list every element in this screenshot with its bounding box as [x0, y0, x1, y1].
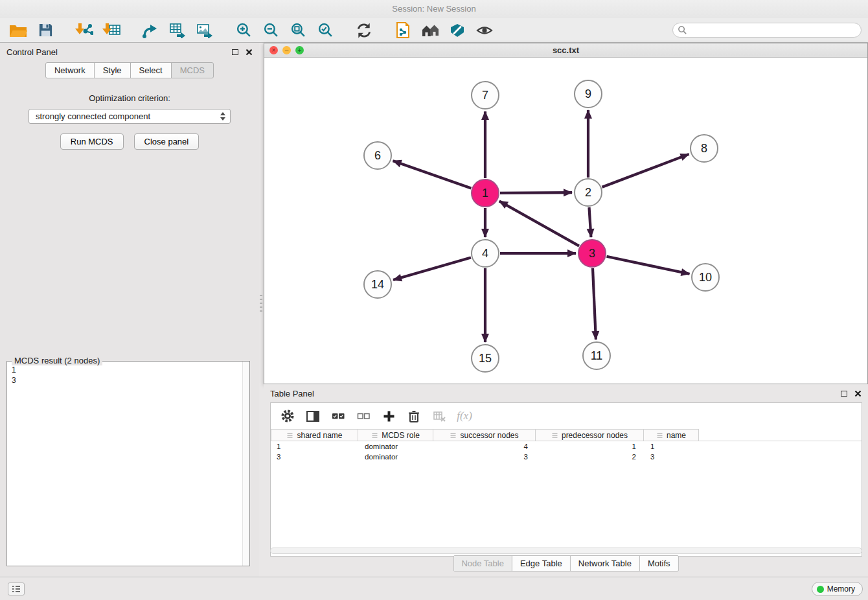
function-builder-button[interactable]: f(x): [457, 408, 472, 424]
tab-motifs[interactable]: Motifs: [640, 556, 678, 571]
window-close-button[interactable]: [269, 46, 278, 54]
save-session-button[interactable]: [34, 20, 57, 41]
status-menu-button[interactable]: [8, 583, 25, 595]
delete-row-button[interactable]: [406, 408, 422, 424]
control-panel-header: Control Panel: [0, 43, 259, 61]
tab-network-table[interactable]: Network Table: [571, 556, 640, 571]
node-table-card: f(x) shared name MCDS role successor nod…: [270, 402, 862, 557]
graph-edge-1-6[interactable]: [393, 161, 472, 188]
show-graphics-button[interactable]: [473, 20, 496, 41]
table-settings-button[interactable]: [280, 408, 295, 424]
deselect-all-button[interactable]: [356, 408, 371, 424]
graph-edge-2-3[interactable]: [589, 207, 591, 237]
zoom-out-button[interactable]: [259, 20, 282, 41]
window-minimize-button[interactable]: [282, 46, 291, 54]
tab-node-table[interactable]: Node Table: [453, 556, 512, 571]
search-input[interactable]: [672, 23, 862, 38]
zoom-selected-button[interactable]: [314, 20, 337, 41]
table-cell[interactable]: 1: [644, 441, 699, 452]
app-title: Session: New Session: [392, 4, 475, 14]
select-all-button[interactable]: [330, 408, 346, 424]
network-window-title: scc.txt: [264, 45, 867, 55]
zoom-in-button[interactable]: [232, 20, 255, 41]
table-panel: Table Panel: [264, 384, 868, 577]
table-cell[interactable]: 3: [644, 452, 699, 462]
first-neighbors-button[interactable]: [418, 20, 442, 41]
table-cell[interactable]: 1: [536, 441, 644, 452]
table-cell[interactable]: dominator: [358, 452, 433, 462]
export-image-button[interactable]: [193, 20, 216, 41]
svg-text:10: 10: [699, 271, 712, 284]
table-horizontal-scrollbar[interactable]: [270, 548, 862, 554]
network-canvas[interactable]: 7968124314101511: [264, 58, 867, 384]
graph-node-2[interactable]: 2: [575, 179, 602, 206]
graph-node-14[interactable]: 14: [364, 271, 391, 298]
tab-mcds[interactable]: MCDS: [171, 62, 214, 78]
float-table-panel-icon[interactable]: [841, 391, 847, 397]
table-toolbar: f(x): [271, 403, 862, 429]
graph-node-9[interactable]: 9: [575, 80, 602, 108]
column-header-mcds-role[interactable]: MCDS role: [358, 429, 433, 441]
table-cell[interactable]: 3: [271, 452, 358, 462]
table-cell[interactable]: dominator: [358, 441, 433, 452]
table-cell[interactable]: 2: [536, 452, 644, 462]
graph-node-10[interactable]: 10: [692, 264, 719, 291]
column-chooser-icon: [306, 410, 320, 423]
node-table-header: shared name MCDS role successor nodes pr…: [271, 429, 862, 441]
export-table-button[interactable]: [166, 20, 189, 41]
float-panel-icon[interactable]: [232, 49, 238, 55]
graph-node-1[interactable]: 1: [472, 179, 499, 207]
refresh-view-button[interactable]: [352, 20, 376, 41]
search-box: [672, 23, 862, 38]
column-header-shared-name[interactable]: shared name: [271, 429, 358, 441]
table-panel-title: Table Panel: [270, 389, 841, 398]
graph-node-3[interactable]: 3: [578, 240, 606, 267]
table-cell[interactable]: 1: [271, 441, 358, 452]
close-panel-button[interactable]: Close panel: [134, 133, 200, 150]
run-mcds-button[interactable]: Run MCDS: [60, 133, 124, 150]
graph-node-15[interactable]: 15: [472, 345, 499, 372]
result-scrollbar[interactable]: [242, 362, 249, 566]
close-panel-icon[interactable]: [245, 48, 253, 56]
graph-edge-4-14[interactable]: [393, 257, 471, 280]
column-header-predecessor-nodes[interactable]: predecessor nodes: [536, 429, 644, 441]
window-zoom-button[interactable]: [295, 46, 304, 54]
column-chooser-button[interactable]: [305, 408, 321, 424]
tab-network[interactable]: Network: [45, 62, 95, 78]
graph-edge-3-1[interactable]: [499, 201, 579, 246]
criterion-dropdown[interactable]: strongly connected component: [29, 109, 231, 124]
add-row-icon: [383, 410, 395, 422]
import-network-button[interactable]: [73, 20, 96, 41]
graph-edge-2-8[interactable]: [602, 154, 689, 187]
column-header-successor-nodes[interactable]: successor nodes: [433, 429, 536, 441]
graph-node-7[interactable]: 7: [472, 82, 499, 109]
network-file-button[interactable]: [391, 20, 415, 41]
close-table-panel-icon[interactable]: [854, 389, 862, 397]
tab-select[interactable]: Select: [130, 62, 172, 78]
delete-column-button[interactable]: [431, 408, 447, 424]
graph-node-11[interactable]: 11: [583, 342, 610, 369]
graph-edge-3-11[interactable]: [593, 268, 596, 340]
criterion-value: strongly connected component: [36, 111, 150, 121]
memory-button[interactable]: Memory: [812, 582, 863, 596]
result-line: 1: [12, 365, 245, 375]
open-session-button[interactable]: [6, 20, 30, 41]
tab-edge-table[interactable]: Edge Table: [512, 556, 571, 571]
apply-style-button[interactable]: [446, 20, 469, 41]
graph-node-8[interactable]: 8: [691, 135, 718, 162]
tab-style[interactable]: Style: [94, 62, 131, 78]
network-window: scc.txt 7968124314101511: [264, 43, 868, 384]
table-cell[interactable]: 3: [433, 452, 536, 462]
graph-node-4[interactable]: 4: [472, 240, 499, 267]
graph-edge-3-10[interactable]: [607, 257, 690, 274]
add-row-button[interactable]: [381, 408, 396, 424]
svg-text:2: 2: [585, 186, 591, 199]
graph-edge-1-2[interactable]: [500, 192, 572, 193]
table-cell[interactable]: 4: [433, 441, 536, 452]
import-table-button[interactable]: [100, 20, 123, 41]
panel-splitter-handle[interactable]: [260, 295, 262, 314]
graph-node-6[interactable]: 6: [364, 142, 391, 169]
export-network-button[interactable]: [139, 20, 162, 41]
zoom-fit-button[interactable]: [286, 20, 310, 41]
column-header-name[interactable]: name: [644, 429, 699, 441]
